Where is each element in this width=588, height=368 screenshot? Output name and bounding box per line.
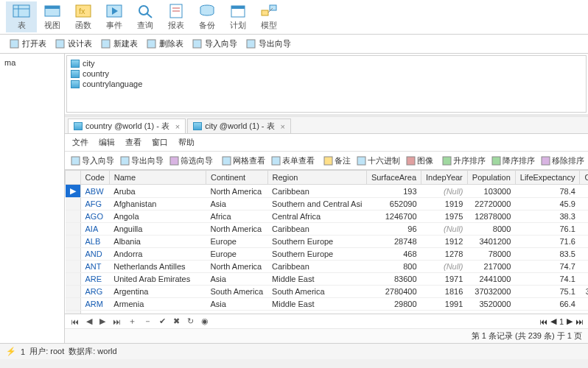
row-marker[interactable]: [66, 273, 81, 286]
cell[interactable]: 45.9: [515, 198, 580, 210]
cell[interactable]: 66.4: [515, 298, 580, 311]
column-header[interactable]: GNP: [580, 171, 588, 185]
pager-last-icon[interactable]: ⏭: [575, 317, 584, 326]
cell[interactable]: 37032000: [467, 286, 515, 298]
cell[interactable]: 6: [580, 223, 588, 236]
gridtb-image[interactable]: 图像: [403, 153, 436, 168]
sub-import[interactable]: 导入向导: [189, 37, 241, 51]
sub-export[interactable]: 导出向导: [242, 37, 295, 51]
cell[interactable]: 103000: [467, 185, 515, 198]
sub-open[interactable]: 打开表: [6, 37, 50, 51]
grid-wrap[interactable]: CodeNameContinentRegionSurfaceAreaIndepY…: [65, 170, 588, 314]
row-marker[interactable]: [66, 198, 81, 210]
cell[interactable]: 22720000: [467, 198, 515, 210]
row-marker[interactable]: [66, 248, 81, 261]
cell[interactable]: 32: [580, 236, 588, 248]
cell[interactable]: Europe: [206, 236, 268, 248]
table-row[interactable]: ALBAlbaniaEuropeSouthern Europe287481912…: [66, 236, 589, 248]
sub-design[interactable]: 设计表: [52, 37, 96, 51]
table-list-item[interactable]: country: [69, 68, 584, 79]
menu-item[interactable]: 文件: [72, 137, 88, 148]
table-row[interactable]: AFGAfghanistanAsiaSouthern and Central A…: [66, 198, 589, 210]
cell[interactable]: 76.1: [515, 223, 580, 236]
column-header[interactable]: Continent: [206, 171, 268, 185]
cell[interactable]: 78.4: [515, 185, 580, 198]
table-row[interactable]: AGOAngolaAfricaCentral Africa12467001975…: [66, 210, 589, 223]
cell[interactable]: 1: [580, 248, 588, 261]
gridtb-import[interactable]: 导入向导: [68, 153, 117, 168]
cell[interactable]: 18: [580, 298, 588, 311]
row-marker[interactable]: [66, 210, 81, 223]
column-header[interactable]: Population: [467, 171, 515, 185]
cell[interactable]: Albania: [109, 236, 206, 248]
sub-delete[interactable]: 删除表: [143, 37, 187, 51]
close-icon[interactable]: ×: [281, 122, 285, 131]
toolbar-view[interactable]: 视图: [37, 1, 68, 32]
cell[interactable]: 29800: [366, 298, 421, 311]
toolbar-event[interactable]: 事件: [99, 1, 130, 32]
cell[interactable]: 379: [580, 273, 588, 286]
cell[interactable]: Caribbean: [267, 185, 366, 198]
cell[interactable]: Middle East: [267, 273, 366, 286]
nav-first-icon[interactable]: ⏮: [69, 317, 80, 326]
gridtb-export[interactable]: 导出向导: [117, 153, 167, 168]
cell[interactable]: Southern Europe: [267, 248, 366, 261]
cell[interactable]: Asia: [206, 273, 268, 286]
gridtb-memo[interactable]: 备注: [321, 153, 354, 168]
cell[interactable]: 1246700: [366, 210, 421, 223]
cell[interactable]: 1912: [421, 236, 468, 248]
cell[interactable]: (Null): [421, 185, 468, 198]
menu-item[interactable]: 帮助: [178, 137, 195, 148]
cell[interactable]: Asia: [206, 198, 268, 210]
table-row[interactable]: AREUnited Arab EmiratesAsiaMiddle East83…: [66, 273, 589, 286]
cell[interactable]: 2780400: [366, 286, 421, 298]
cell[interactable]: 800: [366, 261, 421, 273]
column-header[interactable]: Code: [80, 171, 109, 185]
table-row[interactable]: ARMArmeniaAsiaMiddle East298001991352000…: [66, 298, 589, 311]
cell[interactable]: 71.6: [515, 236, 580, 248]
cell[interactable]: 75.1: [515, 286, 580, 298]
cell[interactable]: Angola: [109, 210, 206, 223]
cell[interactable]: 1991: [421, 298, 468, 311]
cell[interactable]: Caribbean: [267, 261, 366, 273]
cell[interactable]: United Arab Emirates: [109, 273, 206, 286]
gridtb-desc[interactable]: 降序排序: [489, 153, 538, 168]
toolbar-backup[interactable]: 备份: [192, 1, 223, 32]
tab[interactable]: country @world (1) - 表×: [68, 118, 186, 133]
data-grid[interactable]: CodeNameContinentRegionSurfaceAreaIndepY…: [65, 170, 588, 314]
cell[interactable]: 83.5: [515, 248, 580, 261]
toolbar-model[interactable]: 模型: [253, 1, 284, 32]
cell[interactable]: (Null): [421, 261, 468, 273]
cell[interactable]: Netherlands Antilles: [109, 261, 206, 273]
cell[interactable]: 78000: [467, 248, 515, 261]
gridtb-gridview[interactable]: 网格查看: [219, 153, 268, 168]
table-row[interactable]: ANDAndorraEuropeSouthern Europe468127878…: [66, 248, 589, 261]
cell[interactable]: 74.7: [515, 261, 580, 273]
nav-stop-icon[interactable]: ◉: [200, 316, 210, 326]
nav-last-icon[interactable]: ⏭: [111, 317, 122, 326]
row-marker[interactable]: [66, 286, 81, 298]
cell[interactable]: (Null): [421, 223, 468, 236]
cell[interactable]: Europe: [206, 248, 268, 261]
close-icon[interactable]: ×: [175, 122, 180, 131]
cell[interactable]: Andorra: [109, 248, 206, 261]
cell[interactable]: Central Africa: [267, 210, 366, 223]
toolbar-table[interactable]: 表: [6, 1, 37, 32]
cell[interactable]: 1919: [421, 198, 468, 210]
row-marker[interactable]: [66, 261, 81, 273]
cell[interactable]: 19: [580, 261, 588, 273]
toolbar-schedule[interactable]: 计划: [223, 1, 253, 32]
column-header[interactable]: LifeExpectancy: [515, 171, 580, 185]
gridtb-asc[interactable]: 升序排序: [439, 153, 489, 168]
cell[interactable]: Armenia: [109, 298, 206, 311]
nav-minus-icon[interactable]: －: [142, 316, 153, 327]
cell[interactable]: Caribbean: [267, 223, 366, 236]
cell[interactable]: ANT: [80, 261, 109, 273]
cell[interactable]: AGO: [80, 210, 109, 223]
row-marker[interactable]: [66, 236, 81, 248]
nav-cancel-icon[interactable]: ✖: [172, 316, 181, 326]
cell[interactable]: Middle East: [267, 298, 366, 311]
cell[interactable]: 193: [366, 185, 421, 198]
tab[interactable]: city @world (1) - 表×: [187, 118, 291, 133]
cell[interactable]: 1816: [421, 286, 468, 298]
